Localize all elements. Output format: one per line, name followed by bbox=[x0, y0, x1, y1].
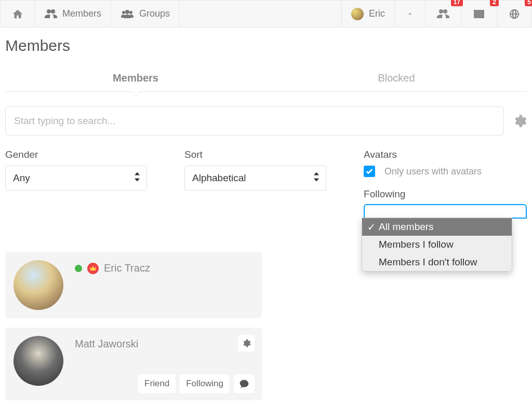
tabs: Members Blocked bbox=[5, 65, 527, 92]
avatars-check-label: Only users with avatars bbox=[384, 166, 482, 177]
avatar-icon bbox=[351, 8, 364, 20]
check-icon bbox=[365, 167, 374, 176]
nav-friends[interactable]: 17 bbox=[425, 1, 461, 27]
member-card: Eric Tracz bbox=[5, 252, 262, 318]
nav-home[interactable] bbox=[1, 1, 35, 27]
nav-groups-label: Groups bbox=[139, 8, 170, 19]
sort-value: Alphabetical bbox=[192, 172, 246, 184]
nav-user[interactable]: Eric bbox=[341, 1, 395, 27]
gender-value: Any bbox=[13, 172, 30, 184]
following-select[interactable] bbox=[364, 204, 527, 219]
people-icon bbox=[437, 8, 449, 20]
avatars-label: Avatars bbox=[364, 149, 527, 160]
notifications-badge: 5 bbox=[525, 0, 532, 6]
nav-user-label: Eric bbox=[369, 8, 385, 19]
following-option-all[interactable]: All members bbox=[362, 218, 512, 236]
crown-badge-icon bbox=[87, 263, 99, 274]
sort-label: Sort bbox=[184, 149, 326, 160]
member-card: Matt Jaworski Friend Following bbox=[5, 328, 262, 400]
nav-members[interactable]: Members bbox=[35, 1, 111, 27]
groups-icon bbox=[121, 8, 134, 20]
envelope-icon bbox=[473, 8, 485, 20]
people-icon bbox=[45, 8, 57, 20]
nav-members-label: Members bbox=[62, 8, 101, 19]
gear-icon bbox=[242, 339, 251, 348]
chevron-down-icon bbox=[406, 10, 414, 18]
member-name[interactable]: Eric Tracz bbox=[104, 262, 150, 274]
page-title: Members bbox=[0, 28, 532, 65]
nav-user-menu[interactable] bbox=[395, 1, 425, 27]
top-nav: Members Groups Eric 17 2 5 bbox=[0, 0, 532, 28]
globe-icon bbox=[509, 8, 520, 20]
following-dropdown: All members Members I follow Members I d… bbox=[362, 218, 512, 272]
search-settings-button[interactable] bbox=[512, 114, 527, 128]
sort-caret-icon bbox=[313, 172, 320, 184]
following-button[interactable]: Following bbox=[180, 374, 230, 393]
online-indicator-icon bbox=[75, 265, 82, 272]
member-avatar[interactable] bbox=[14, 336, 63, 386]
following-label: Following bbox=[364, 188, 527, 200]
nav-groups[interactable]: Groups bbox=[111, 1, 180, 27]
nav-notifications[interactable]: 5 bbox=[497, 1, 531, 27]
avatars-checkbox[interactable] bbox=[364, 166, 375, 177]
following-option-notfollow[interactable]: Members I don't follow bbox=[362, 253, 512, 271]
nav-spacer bbox=[180, 1, 341, 27]
sort-select[interactable]: Alphabetical bbox=[184, 166, 326, 191]
tab-caret-icon bbox=[130, 91, 141, 97]
tab-blocked[interactable]: Blocked bbox=[266, 65, 527, 91]
member-name[interactable]: Matt Jaworski bbox=[75, 338, 138, 350]
home-icon bbox=[12, 8, 23, 20]
tab-members[interactable]: Members bbox=[5, 65, 266, 91]
member-settings-button[interactable] bbox=[238, 335, 255, 352]
svg-marker-0 bbox=[130, 91, 141, 97]
chat-button[interactable] bbox=[234, 374, 255, 393]
gender-select[interactable]: Any bbox=[5, 166, 147, 191]
following-option-follow[interactable]: Members I follow bbox=[362, 236, 512, 253]
member-avatar[interactable] bbox=[14, 260, 63, 310]
gender-label: Gender bbox=[5, 149, 147, 160]
sort-caret-icon bbox=[134, 172, 140, 184]
friend-button[interactable]: Friend bbox=[138, 374, 176, 393]
nav-messages[interactable]: 2 bbox=[461, 1, 497, 27]
chat-icon bbox=[239, 379, 249, 389]
search-input[interactable] bbox=[5, 106, 504, 136]
